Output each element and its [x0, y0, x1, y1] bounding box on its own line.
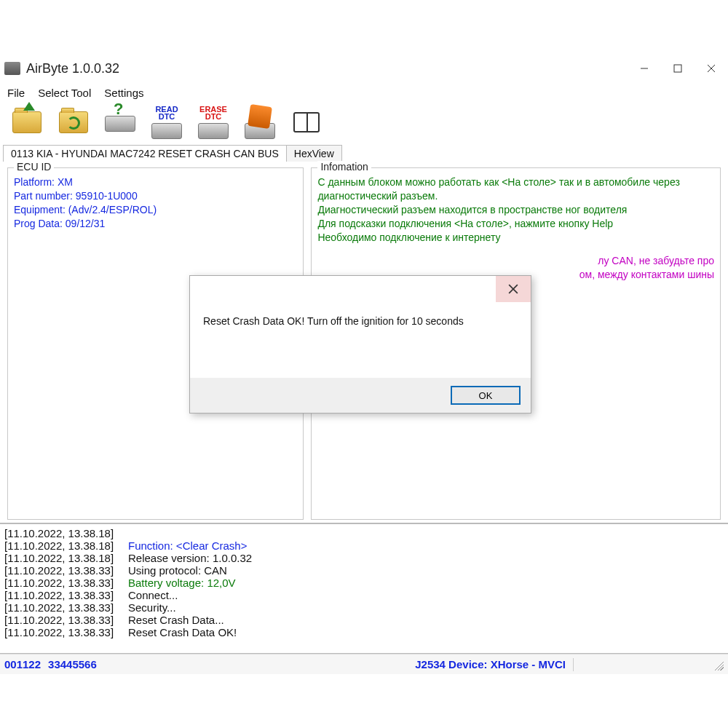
log-row: [11.10.2022, 13.38.33]Reset Crash Data..… — [4, 614, 724, 626]
resize-grip-icon[interactable] — [712, 659, 724, 670]
log-message: Function: <Clear Crash> — [128, 539, 247, 552]
tab-main[interactable]: 0113 KIA - HYUNDAI MAC7242 RESET CRASH C… — [3, 145, 287, 162]
log-message: Reset Crash Data OK! — [128, 626, 237, 638]
log-row: [11.10.2022, 13.38.33]Security... — [4, 601, 724, 614]
log-timestamp: [11.10.2022, 13.38.33] — [4, 601, 128, 614]
log-row: [11.10.2022, 13.38.33]Reset Crash Data O… — [4, 626, 724, 638]
erase-dtc-button[interactable]: ERASE DTC — [191, 104, 236, 141]
log-message: Using protocol: CAN — [128, 564, 227, 577]
write-box-icon — [248, 104, 272, 129]
book-icon — [293, 112, 320, 132]
dialog-message: Reset Crash Data OK! Turn off the igniti… — [190, 302, 531, 378]
question-mark-icon: ? — [114, 100, 123, 119]
log-timestamp: [11.10.2022, 13.38.33] — [4, 577, 128, 589]
log-message: Security... — [128, 601, 176, 614]
ecu-part-number: Part number: 95910-1U000 — [14, 189, 297, 203]
read-dtc-label-2: DTC — [159, 113, 175, 120]
ecu-platform: Platform: XM — [14, 175, 297, 189]
dialog-footer: OK — [190, 378, 531, 413]
log-timestamp: [11.10.2022, 13.38.18] — [4, 552, 128, 564]
manual-button[interactable] — [284, 104, 329, 141]
write-button[interactable] — [237, 104, 282, 141]
app-icon — [4, 62, 20, 75]
log-message: Connect... — [128, 589, 178, 601]
open-button[interactable] — [4, 104, 50, 141]
titlebar: AirByte 1.0.0.32 — [0, 54, 728, 83]
ecu-equipment: Equipment: (Adv/2.4/ESP/ROL) — [14, 203, 297, 217]
log-timestamp: [11.10.2022, 13.38.18] — [4, 539, 128, 552]
message-dialog: Reset Crash Data OK! Turn off the igniti… — [189, 275, 531, 414]
information-legend: Infomation — [317, 161, 371, 173]
window-title: AirByte 1.0.0.32 — [26, 61, 628, 76]
info-line-3: Для подсказки подключения <На столе>, на… — [317, 217, 714, 231]
log-panel[interactable]: [11.10.2022, 13.38.18][11.10.2022, 13.38… — [0, 523, 728, 654]
menu-select-tool[interactable]: Select Tool — [38, 87, 91, 99]
svg-rect-1 — [674, 65, 681, 72]
status-device: J2534 Device: XHorse - MVCI — [415, 658, 566, 670]
help-button[interactable]: ? — [98, 104, 143, 141]
log-timestamp: [11.10.2022, 13.38.18] — [4, 527, 128, 539]
maximize-button[interactable] — [661, 57, 695, 80]
folder-reload-icon — [59, 111, 88, 133]
log-timestamp: [11.10.2022, 13.38.33] — [4, 614, 128, 626]
minimize-button[interactable] — [628, 57, 661, 80]
ecu-prog-data: Prog Data: 09/12/31 — [14, 217, 297, 231]
close-button[interactable] — [695, 57, 728, 80]
ecu-id-legend: ECU ID — [14, 161, 54, 173]
folder-open-icon — [12, 111, 41, 133]
log-row: [11.10.2022, 13.38.18]Function: <Clear C… — [4, 539, 724, 552]
erase-dtc-label-2: DTC — [205, 113, 222, 120]
dialog-titlebar — [190, 276, 531, 302]
read-dtc-button[interactable]: READ DTC — [144, 104, 189, 141]
reload-button[interactable] — [51, 104, 96, 141]
tab-strip: 0113 KIA - HYUNDAI MAC7242 RESET CRASH C… — [0, 143, 728, 162]
info-line-1: С данным блоком можно работать как <На с… — [317, 175, 714, 203]
log-row: [11.10.2022, 13.38.33]Using protocol: CA… — [4, 564, 724, 577]
menu-file[interactable]: File — [7, 87, 25, 99]
log-message: Reset Crash Data... — [128, 614, 224, 626]
info-warn-1: лу CAN, не забудьте про — [317, 254, 714, 268]
drive-erase-icon — [198, 123, 229, 139]
menu-settings[interactable]: Settings — [104, 87, 143, 99]
log-row: [11.10.2022, 13.38.18] — [4, 527, 724, 539]
toolbar: ? READ DTC ERASE DTC — [0, 102, 728, 143]
dialog-ok-button[interactable]: OK — [451, 386, 521, 405]
dialog-close-button[interactable] — [496, 276, 531, 302]
status-left-2: 33445566 — [48, 658, 97, 670]
log-timestamp: [11.10.2022, 13.38.33] — [4, 589, 128, 601]
log-timestamp: [11.10.2022, 13.38.33] — [4, 626, 128, 638]
status-left-1: 001122 — [4, 658, 41, 670]
info-line-4: Необходимо подключение к интернету — [317, 231, 714, 245]
status-bar: 001122 33445566 J2534 Device: XHorse - M… — [0, 654, 728, 674]
log-row: [11.10.2022, 13.38.33]Battery voltage: 1… — [4, 577, 724, 589]
log-message: Battery voltage: 12,0V — [128, 577, 236, 589]
menubar: File Select Tool Settings — [0, 83, 728, 102]
log-row: [11.10.2022, 13.38.18]Release version: 1… — [4, 552, 724, 564]
log-row: [11.10.2022, 13.38.33]Connect... — [4, 589, 724, 601]
log-timestamp: [11.10.2022, 13.38.33] — [4, 564, 128, 577]
tab-hexview[interactable]: HexView — [286, 145, 342, 162]
drive-read-icon — [151, 123, 182, 139]
log-message: Release version: 1.0.0.32 — [128, 552, 252, 564]
status-separator — [573, 658, 574, 671]
info-line-2: Диагностический разъем находится в прост… — [317, 203, 714, 217]
